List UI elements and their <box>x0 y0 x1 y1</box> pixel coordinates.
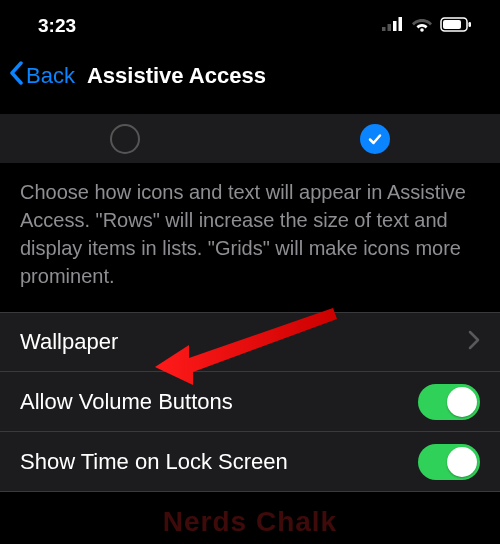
cellular-icon <box>382 17 404 35</box>
description-block: Choose how icons and text will appear in… <box>0 164 500 312</box>
row-volume-buttons[interactable]: Allow Volume Buttons <box>0 372 500 432</box>
row-volume-label: Allow Volume Buttons <box>20 389 233 415</box>
status-bar: 3:23 <box>0 0 500 52</box>
radio-selected-icon <box>360 124 390 154</box>
svg-rect-6 <box>443 20 461 29</box>
row-locktime-label: Show Time on Lock Screen <box>20 449 288 475</box>
toggle-volume[interactable] <box>418 384 480 420</box>
radio-unselected-icon <box>110 124 140 154</box>
battery-icon <box>440 17 472 36</box>
back-button[interactable]: Back <box>8 61 75 91</box>
watermark: Nerds Chalk <box>163 506 337 538</box>
nav-bar: Back Assistive Access <box>0 52 500 100</box>
status-icons <box>382 16 472 36</box>
row-wallpaper[interactable]: Wallpaper <box>0 312 500 372</box>
settings-list: Wallpaper Allow Volume Buttons Show Time… <box>0 312 500 492</box>
toggle-knob-icon <box>447 387 477 417</box>
chevron-left-icon <box>8 61 24 91</box>
layout-option-grids[interactable] <box>250 124 500 154</box>
svg-rect-2 <box>393 21 397 31</box>
layout-option-rows[interactable] <box>0 124 250 154</box>
description-text: Choose how icons and text will appear in… <box>20 178 480 290</box>
wifi-icon <box>411 16 433 36</box>
row-lock-time[interactable]: Show Time on Lock Screen <box>0 432 500 492</box>
svg-rect-3 <box>399 17 403 31</box>
svg-rect-1 <box>388 24 392 31</box>
svg-point-4 <box>420 28 424 32</box>
toggle-locktime[interactable] <box>418 444 480 480</box>
back-label: Back <box>26 63 75 89</box>
status-time: 3:23 <box>38 15 76 37</box>
toggle-knob-icon <box>447 447 477 477</box>
svg-rect-7 <box>469 22 472 27</box>
page-title: Assistive Access <box>87 63 266 89</box>
svg-rect-0 <box>382 27 386 31</box>
chevron-right-icon <box>468 330 480 354</box>
layout-option-row <box>0 114 500 164</box>
row-wallpaper-label: Wallpaper <box>20 329 118 355</box>
